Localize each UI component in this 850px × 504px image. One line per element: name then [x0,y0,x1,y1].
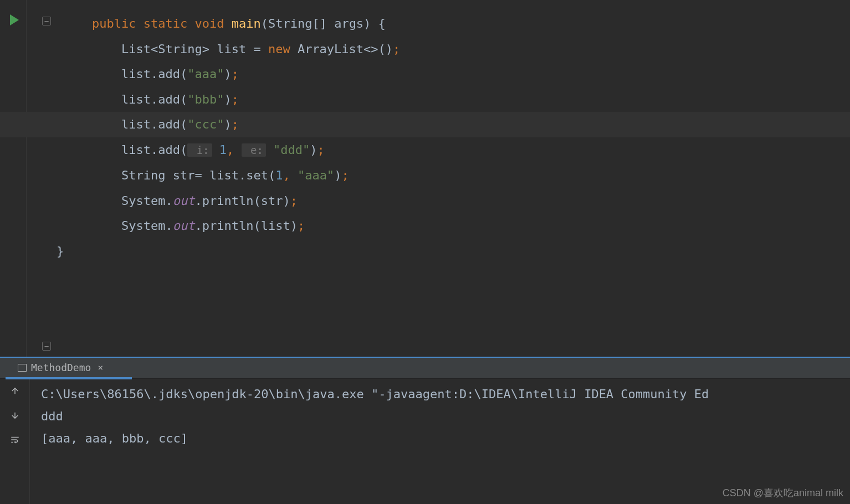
println-call: .println(str) [194,194,290,208]
soft-wrap-icon[interactable] [8,433,22,446]
console-line: C:\Users\86156\.jdks\openjdk-20\bin\java… [41,387,709,401]
semicolon: ; [393,42,400,56]
scroll-down-icon[interactable] [8,409,22,422]
code-line: list.add( i: 1, e: "ddd"); [92,137,850,163]
fold-collapse-icon[interactable]: − [42,17,51,25]
string-literal: "ddd" [266,143,310,157]
console-line: [aaa, aaa, bbb, ccc] [41,431,188,445]
fold-expand-icon[interactable]: − [42,342,51,351]
println-call: .println(list) [194,219,297,233]
code-line: String str= list.set(1, "aaa"); [92,163,850,188]
scroll-up-icon[interactable] [8,384,22,398]
watermark: CSDN @喜欢吃animal milk [723,486,843,500]
run-toolbar [0,379,30,504]
run-tab-name[interactable]: MethodDemo [31,362,91,373]
code-line: System.out.println(list); [92,213,850,239]
keyword-new: new [268,42,290,56]
run-panel: MethodDemo × C:\Users\86156\.jdks\openjd… [0,357,850,504]
run-gutter-icon[interactable] [10,14,19,25]
system-class: System. [121,219,173,233]
code-line: list.add("aaa"); [92,61,850,87]
keyword-public: public [92,17,136,30]
editor-container: − − public static void main(String[] arg… [0,0,850,357]
code-area[interactable]: public static void main(String[] args) {… [60,0,850,357]
number-literal: 1 [212,143,227,157]
method-call: list.add( [121,67,187,81]
close-icon[interactable]: × [98,362,103,373]
string-literal: "aaa" [187,67,224,81]
comma: , [283,168,298,182]
param-hint-element: e: [242,143,266,157]
close-brace: } [57,244,64,258]
code-line: list.add("bbb"); [92,87,850,112]
method-name-main: main [232,17,261,30]
string-literal: "bbb" [187,92,224,106]
static-field-out: out [173,194,195,208]
method-call: list.add( [121,92,187,106]
number-literal: 1 [275,168,283,182]
semicolon: ; [298,219,305,233]
semicolon: ; [341,168,349,182]
var-declaration: String str= list.set( [121,168,275,182]
string-literal: "ccc" [187,117,224,131]
param-hint-index: i: [187,143,212,157]
close-paren: ) [334,168,341,182]
app-icon [18,364,27,372]
semicolon: ; [290,194,298,208]
close-paren: ) [224,67,231,81]
run-tab-bar: MethodDemo × [0,357,850,379]
keyword-void: void [194,17,224,30]
semicolon: ; [318,143,325,157]
code-line: List<String> list = new ArrayList<>(); [92,37,850,62]
fold-column: − − [27,0,60,357]
system-class: System. [121,194,173,208]
console-output[interactable]: C:\Users\86156\.jdks\openjdk-20\bin\java… [30,379,850,504]
code-line: public static void main(String[] args) { [92,11,850,37]
string-literal: "aaa" [298,168,334,182]
gutter [0,0,27,357]
var-declaration: List<String> list = [121,42,268,56]
code-line: } [57,239,850,264]
tab-active-indicator [6,377,132,379]
static-field-out: out [173,219,195,233]
method-signature: (String[] args) { [261,17,386,30]
close-paren: ) [224,92,231,106]
type-arraylist: ArrayList<>() [290,42,393,56]
code-line-active: list.add("ccc"); [0,112,850,137]
console-line: ddd [41,409,63,423]
code-line: System.out.println(str); [92,188,850,214]
keyword-static: static [144,17,187,30]
close-paren: ) [224,117,231,131]
comma: , [227,143,234,157]
semicolon: ; [232,67,239,81]
semicolon: ; [232,92,239,106]
tab-top-highlight [0,357,850,358]
method-call: list.add( [121,117,187,131]
method-call: list.add( [121,143,187,157]
semicolon: ; [232,117,239,131]
run-content: C:\Users\86156\.jdks\openjdk-20\bin\java… [0,379,850,504]
close-paren: ) [310,143,317,157]
